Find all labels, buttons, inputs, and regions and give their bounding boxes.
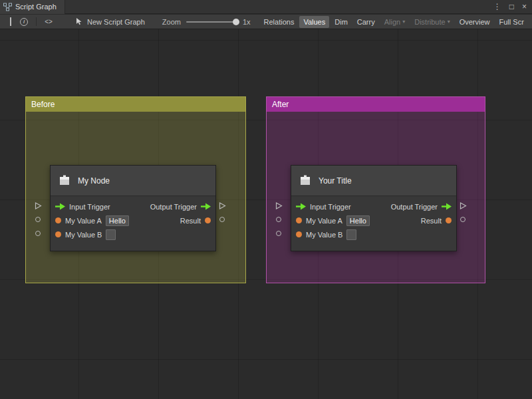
window-menu-button[interactable]: ⋮ <box>493 3 501 11</box>
values-button[interactable]: Values <box>299 16 329 28</box>
new-script-graph-label: New Script Graph <box>87 18 145 26</box>
ext-flow-port[interactable] <box>275 202 283 209</box>
graph-canvas[interactable]: Before After My Node <box>0 29 532 399</box>
unit-icon <box>57 174 72 188</box>
lock-icon <box>10 18 11 26</box>
ext-value-port[interactable] <box>276 217 281 222</box>
port-row: My Value A Hello Result <box>291 213 456 227</box>
code-icon: <> <box>45 18 53 25</box>
node-header[interactable]: My Node <box>51 166 215 196</box>
script-graph-icon <box>3 3 12 11</box>
new-script-graph-button[interactable]: New Script Graph <box>75 17 145 26</box>
ext-flow-port[interactable] <box>35 202 42 209</box>
dim-button[interactable]: Dim <box>331 16 352 28</box>
unit-icon <box>298 174 313 188</box>
port-row: My Value B <box>51 227 215 241</box>
distribute-label: Distribute <box>414 18 445 26</box>
node-title: Your Title <box>319 176 352 186</box>
value-b-input[interactable] <box>106 229 116 240</box>
value-port-icon[interactable] <box>296 231 302 237</box>
graph-cursor-icon <box>75 17 84 26</box>
flow-port-icon[interactable] <box>55 203 65 210</box>
ext-flow-port[interactable] <box>219 202 226 209</box>
port-label: Input Trigger <box>310 203 351 211</box>
maximize-button[interactable]: □ <box>509 3 514 11</box>
node-title: My Node <box>78 176 110 186</box>
align-button[interactable]: Align ▾ <box>380 16 409 28</box>
node-header[interactable]: Your Title <box>291 166 456 196</box>
node-body: Input Trigger Output Trigger My Value A <box>51 196 215 241</box>
group-after-header[interactable]: After <box>267 97 485 112</box>
port-label: Result <box>421 217 442 225</box>
port-row: My Value B <box>291 227 456 241</box>
code-view-button[interactable]: <> <box>42 15 55 29</box>
carry-button[interactable]: Carry <box>353 16 379 28</box>
lock-button[interactable] <box>4 15 17 29</box>
zoom-label: Zoom <box>162 18 181 26</box>
fullscreen-button[interactable]: Full Scr <box>495 16 528 28</box>
group-after-label: After <box>272 100 289 109</box>
info-button[interactable]: i <box>17 15 31 29</box>
ext-flow-port[interactable] <box>460 202 467 209</box>
port-label: Result <box>180 217 201 225</box>
node-my-node[interactable]: My Node Input Trigger Output Trigger <box>50 165 216 251</box>
tab-script-graph[interactable]: Script Graph <box>0 0 65 14</box>
value-port-icon[interactable] <box>296 217 302 223</box>
value-a-input[interactable]: Hello <box>346 215 370 226</box>
port-label: My Value B <box>65 231 102 239</box>
title-bar: Script Graph ⋮ □ × <box>0 0 532 14</box>
flow-port-icon[interactable] <box>201 203 211 210</box>
tab-title: Script Graph <box>15 3 57 11</box>
flow-port-icon[interactable] <box>442 203 452 210</box>
value-port-icon[interactable] <box>55 217 61 223</box>
port-label: My Value A <box>306 217 342 225</box>
port-label: Output Trigger <box>391 203 438 211</box>
value-port-icon[interactable] <box>55 231 61 237</box>
ext-value-port[interactable] <box>35 231 41 236</box>
port-label: My Value A <box>65 217 102 225</box>
port-row: My Value A Hello Result <box>51 213 215 227</box>
chevron-down-icon: ▾ <box>448 19 450 25</box>
distribute-button[interactable]: Distribute ▾ <box>410 16 454 28</box>
zoom-slider-track <box>186 21 239 23</box>
zoom-slider-handle[interactable] <box>233 19 239 25</box>
ext-value-port[interactable] <box>276 231 281 236</box>
info-icon: i <box>20 18 28 26</box>
value-port-icon[interactable] <box>446 217 452 223</box>
port-label: Input Trigger <box>69 203 110 211</box>
relations-button[interactable]: Relations <box>260 16 299 28</box>
ext-value-port[interactable] <box>219 217 225 222</box>
group-before-label: Before <box>31 100 55 109</box>
zoom-slider[interactable] <box>186 18 239 26</box>
value-b-input[interactable] <box>346 229 356 240</box>
align-label: Align <box>384 18 400 26</box>
port-label: My Value B <box>306 231 342 239</box>
ext-value-port[interactable] <box>35 217 41 222</box>
overview-button[interactable]: Overview <box>456 16 494 28</box>
value-port-icon[interactable] <box>205 217 211 223</box>
node-your-title[interactable]: Your Title Input Trigger Output Trigger <box>291 165 457 251</box>
toolbar-separator <box>36 17 37 26</box>
window-controls: ⋮ □ × <box>493 3 532 11</box>
port-row: Input Trigger Output Trigger <box>51 200 215 213</box>
group-before-header[interactable]: Before <box>26 97 245 112</box>
port-row: Input Trigger Output Trigger <box>291 200 456 213</box>
zoom-value: 1x <box>243 18 251 26</box>
node-body: Input Trigger Output Trigger My Value A <box>291 196 456 241</box>
flow-port-icon[interactable] <box>296 203 306 210</box>
ext-value-port[interactable] <box>460 217 466 222</box>
toolbar: i <> New Script Graph Zoom 1x Relations … <box>0 15 532 29</box>
port-label: Output Trigger <box>150 203 197 211</box>
chevron-down-icon: ▾ <box>402 19 405 25</box>
close-button[interactable]: × <box>522 3 527 11</box>
value-a-input[interactable]: Hello <box>106 215 129 226</box>
